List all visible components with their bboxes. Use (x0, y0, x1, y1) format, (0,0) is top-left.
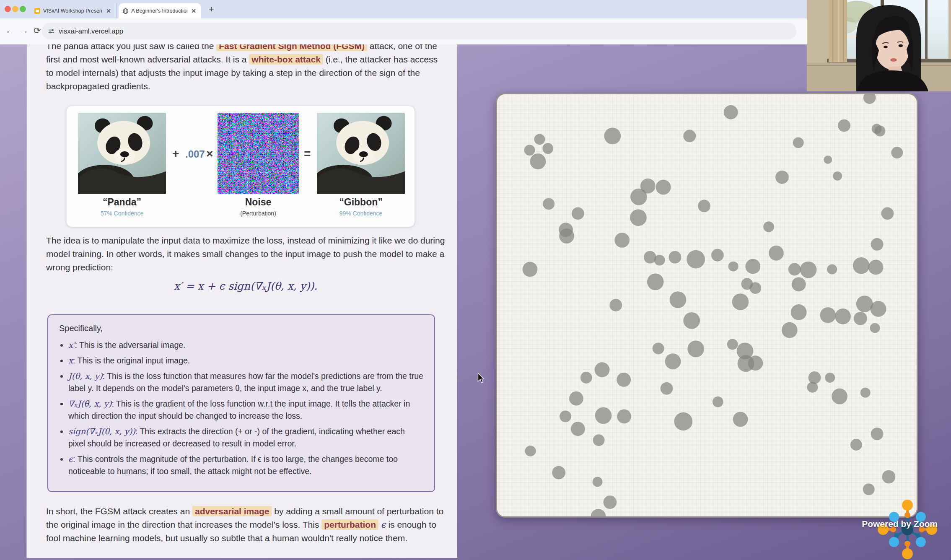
perturbation-dot[interactable] (728, 262, 739, 272)
perturbation-dot[interactable] (882, 470, 895, 484)
perturbation-dot[interactable] (530, 153, 546, 169)
perturbation-dot[interactable] (863, 94, 876, 104)
perturbation-dot[interactable] (656, 180, 671, 195)
perturbation-dot[interactable] (713, 397, 723, 407)
perturbation-dot[interactable] (687, 250, 705, 269)
perturbation-dot[interactable] (782, 322, 798, 338)
perturbation-dot[interactable] (593, 477, 603, 487)
perturbation-dot[interactable] (543, 198, 555, 210)
perturbation-dots-layer[interactable] (497, 94, 917, 516)
perturbation-dot[interactable] (860, 388, 871, 398)
perturbation-dot[interactable] (807, 382, 818, 393)
perturbation-dot[interactable] (863, 483, 875, 495)
perturbation-dot[interactable] (683, 312, 700, 329)
perturbation-dot[interactable] (711, 249, 724, 262)
perturbation-dot[interactable] (775, 171, 789, 184)
perturbation-dot[interactable] (595, 407, 612, 424)
close-icon[interactable]: ✕ (190, 8, 197, 14)
perturbation-dot[interactable] (614, 233, 630, 248)
back-icon[interactable]: ← (5, 26, 14, 36)
perturbation-dot[interactable] (604, 128, 621, 145)
perturbation-dot[interactable] (670, 291, 687, 308)
close-window-button[interactable] (5, 6, 11, 12)
close-icon[interactable]: ✕ (105, 8, 112, 14)
perturbation-dot[interactable] (832, 389, 847, 404)
perturbation-dot[interactable] (732, 293, 749, 310)
perturbation-dot[interactable] (661, 382, 673, 395)
perturbation-dot[interactable] (572, 207, 584, 220)
perturbation-dot[interactable] (763, 221, 774, 232)
forward-icon[interactable]: → (20, 26, 29, 36)
perturbation-dot[interactable] (603, 495, 617, 509)
perturbation-dot[interactable] (559, 228, 574, 244)
perturbation-dot[interactable] (653, 342, 664, 354)
perturbation-dot[interactable] (868, 260, 884, 275)
perturbation-dot[interactable] (854, 312, 867, 325)
address-bar[interactable]: visxai-aml.vercel.app (42, 23, 796, 39)
perturbation-dot[interactable] (749, 282, 761, 294)
perturbation-dot[interactable] (891, 147, 903, 158)
perturbation-dot[interactable] (871, 238, 884, 251)
zoom-window-button[interactable] (20, 6, 26, 12)
perturbation-dot[interactable] (733, 412, 748, 427)
perturbation-dot[interactable] (788, 263, 801, 276)
perturbation-dot[interactable] (853, 257, 870, 274)
perturbation-dot[interactable] (872, 124, 882, 134)
perturbation-dot[interactable] (669, 251, 682, 264)
perturbation-dot[interactable] (808, 371, 821, 384)
perturbation-dot[interactable] (870, 323, 880, 333)
perturbation-dot[interactable] (571, 422, 585, 436)
perturbation-dot[interactable] (665, 353, 681, 369)
tab-beginners-introduction[interactable]: A Beginner's Introduction to ✕ (119, 3, 201, 18)
site-settings-icon[interactable] (48, 28, 55, 35)
perturbation-dot[interactable] (647, 273, 664, 290)
perturbation-dot[interactable] (698, 200, 710, 213)
perturbation-dot[interactable] (835, 309, 851, 324)
perturbation-dot[interactable] (871, 428, 884, 440)
perturbation-dot[interactable] (534, 134, 545, 145)
new-tab-button[interactable]: + (209, 5, 214, 13)
perturbation-dot[interactable] (569, 391, 583, 406)
minimize-window-button[interactable] (12, 6, 18, 12)
perturbation-dot[interactable] (683, 130, 696, 143)
perturbation-dot[interactable] (593, 434, 605, 446)
perturbation-dot[interactable] (654, 255, 665, 266)
perturbation-dot[interactable] (850, 439, 862, 451)
perturbation-dot[interactable] (881, 207, 894, 220)
perturbation-dot[interactable] (748, 355, 763, 371)
perturbation-dot[interactable] (674, 412, 692, 430)
perturbation-dot[interactable] (630, 189, 647, 205)
perturbation-dot[interactable] (825, 373, 835, 383)
perturbation-dot[interactable] (595, 362, 610, 377)
perturbation-dot[interactable] (792, 277, 806, 291)
perturbation-dot[interactable] (824, 156, 832, 164)
perturbation-visualization-panel[interactable] (496, 93, 918, 518)
perturbation-dot[interactable] (833, 171, 842, 181)
perturbation-dot[interactable] (523, 262, 538, 277)
perturbation-dot[interactable] (820, 307, 836, 323)
perturbation-dot[interactable] (525, 446, 536, 456)
perturbation-dot[interactable] (727, 339, 738, 350)
perturbation-dot[interactable] (617, 373, 631, 387)
perturbation-dot[interactable] (871, 301, 886, 317)
perturbation-dot[interactable] (609, 299, 622, 311)
perturbation-dot[interactable] (687, 340, 704, 357)
perturbation-dot[interactable] (580, 372, 592, 384)
url-text[interactable]: visxai-aml.vercel.app (59, 27, 123, 35)
perturbation-dot[interactable] (560, 410, 571, 422)
perturbation-dot[interactable] (838, 119, 850, 132)
perturbation-dot[interactable] (542, 143, 553, 154)
perturbation-dot[interactable] (617, 410, 631, 424)
perturbation-dot[interactable] (745, 259, 760, 274)
perturbation-dot[interactable] (856, 296, 873, 312)
perturbation-dot[interactable] (724, 105, 738, 119)
reload-icon[interactable]: ⟳ (34, 26, 41, 36)
perturbation-dot[interactable] (769, 246, 784, 261)
perturbation-dot[interactable] (591, 509, 606, 516)
perturbation-dot[interactable] (793, 137, 804, 148)
perturbation-dot[interactable] (630, 209, 647, 226)
perturbation-dot[interactable] (552, 466, 565, 480)
perturbation-dot[interactable] (791, 304, 807, 320)
perturbation-dot[interactable] (800, 262, 817, 278)
perturbation-dot[interactable] (827, 264, 837, 275)
